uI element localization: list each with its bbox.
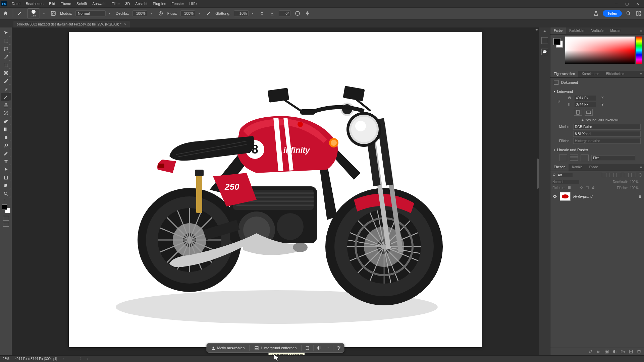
- menu-3d[interactable]: 3D: [123, 1, 132, 6]
- close-button[interactable]: ✕: [635, 1, 640, 6]
- eraser-tool[interactable]: [1, 117, 11, 125]
- document-canvas[interactable]: 8 infinity 250: [69, 32, 482, 347]
- smoothing-caret[interactable]: ▾: [252, 12, 255, 15]
- heal-tool[interactable]: [1, 85, 11, 93]
- tab-farbfelder[interactable]: Farbfelder: [566, 27, 588, 34]
- workspace-icon[interactable]: [635, 10, 642, 17]
- layer-background[interactable]: Hintergrund: [550, 191, 644, 202]
- menu-plugins[interactable]: Plug-ins: [150, 1, 168, 6]
- tab-eigenschaften[interactable]: Eigenschaften: [550, 71, 578, 77]
- blend-mode-select[interactable]: Normal: [75, 10, 106, 16]
- tab-ebenen[interactable]: Ebenen: [550, 164, 569, 171]
- brush-tool[interactable]: [1, 93, 11, 101]
- search-icon[interactable]: [625, 10, 632, 17]
- hand-tool[interactable]: [1, 182, 11, 190]
- bit-depth-select[interactable]: 8 Bit/Kanal: [573, 131, 641, 137]
- lock-transparent-icon[interactable]: [567, 186, 571, 190]
- remove-background-button[interactable]: Hintergrund entfernen: [253, 345, 298, 351]
- landscape-button[interactable]: [585, 109, 593, 116]
- maximize-button[interactable]: ▢: [625, 1, 629, 6]
- menu-ansicht[interactable]: Ansicht: [133, 1, 150, 6]
- transform-icon[interactable]: [305, 346, 310, 350]
- strip-collapse-arrows[interactable]: ◂◂: [543, 29, 546, 33]
- doc-dimensions[interactable]: 4914 Px x 3744 Px (300 ppi): [15, 357, 57, 361]
- tab-muster[interactable]: Muster: [607, 27, 624, 34]
- tab-verlaeufe[interactable]: Verläufe: [588, 27, 607, 34]
- tab-farbe[interactable]: Farbe: [550, 27, 566, 34]
- panel-menu-icon[interactable]: ≡: [638, 164, 644, 171]
- eyedropper-tool[interactable]: [1, 77, 11, 85]
- layer-name[interactable]: Hintergrund: [573, 194, 592, 198]
- panel-collapse-arrows[interactable]: ◂◂: [535, 28, 538, 31]
- symmetry-icon[interactable]: [304, 10, 311, 17]
- filter-toggle[interactable]: [639, 173, 642, 177]
- ruler-btn-2[interactable]: [570, 155, 578, 161]
- menu-ebene[interactable]: Ebene: [58, 1, 73, 6]
- tab-pfade[interactable]: Pfade: [586, 164, 601, 171]
- ruler-unit-select[interactable]: Pixel: [591, 155, 635, 161]
- canvas-area[interactable]: ◂◂: [12, 27, 539, 355]
- opacity-input[interactable]: 100%: [132, 10, 147, 16]
- tab-bibliotheken[interactable]: Bibliotheken: [603, 71, 628, 77]
- angle-icon[interactable]: △: [269, 10, 275, 17]
- new-layer-icon[interactable]: [629, 349, 633, 354]
- menu-bearbeiten[interactable]: Bearbeiten: [23, 1, 46, 6]
- brush-panel-toggle-icon[interactable]: [50, 10, 57, 17]
- airbrush-icon[interactable]: [205, 10, 212, 17]
- flow-input[interactable]: 100%: [180, 10, 195, 16]
- vertical-scrollbar[interactable]: [537, 159, 539, 189]
- smoothing-gear-icon[interactable]: ⚙: [259, 10, 265, 17]
- portrait-button[interactable]: [574, 109, 582, 116]
- gradient-tool[interactable]: [1, 125, 11, 133]
- menu-hilfe[interactable]: Hilfe: [187, 1, 199, 6]
- tab-korrekturen[interactable]: Korrekturen: [578, 71, 602, 77]
- opacity-caret[interactable]: ▾: [151, 12, 154, 15]
- filter-adjust-icon[interactable]: [609, 173, 614, 177]
- pressure-size-icon[interactable]: [294, 10, 301, 17]
- shape-tool[interactable]: [1, 174, 11, 182]
- layer-style-icon[interactable]: fx: [596, 349, 601, 354]
- height-input[interactable]: 3744 Px: [575, 102, 596, 107]
- document-tab-close[interactable]: ×: [124, 22, 126, 26]
- layer-opacity-value[interactable]: 100%: [630, 180, 642, 184]
- width-input[interactable]: 4914 Px: [575, 96, 596, 101]
- collapsed-panel-1[interactable]: [541, 37, 548, 44]
- panel-fg-swatch[interactable]: [553, 38, 560, 45]
- move-tool[interactable]: [1, 29, 11, 37]
- quickmask-toggle[interactable]: [3, 216, 9, 221]
- lasso-tool[interactable]: [1, 45, 11, 53]
- select-subject-button[interactable]: Motiv auswählen: [210, 345, 246, 351]
- brush-preset-picker[interactable]: 188: [27, 8, 40, 18]
- group-icon[interactable]: [621, 349, 625, 354]
- panel-menu-icon[interactable]: ≡: [638, 71, 644, 77]
- filter-type-icon[interactable]: [616, 173, 621, 177]
- dodge-tool[interactable]: [1, 141, 11, 149]
- menu-filter[interactable]: Filter: [109, 1, 122, 6]
- crop-tool[interactable]: [1, 61, 11, 69]
- menu-bild[interactable]: Bild: [47, 1, 57, 6]
- minimize-button[interactable]: ─: [614, 1, 619, 6]
- menu-schrift[interactable]: Schrift: [74, 1, 89, 6]
- layer-blend-select[interactable]: Normal: [552, 180, 579, 184]
- marquee-tool[interactable]: [1, 37, 11, 45]
- zoom-level[interactable]: 25%: [3, 357, 9, 361]
- adjustments-icon[interactable]: [317, 346, 321, 350]
- screenmode-toggle[interactable]: [3, 222, 9, 227]
- fill-opacity-value[interactable]: 100%: [630, 186, 642, 190]
- link-layers-icon[interactable]: [588, 349, 593, 354]
- ruler-btn-3[interactable]: [581, 155, 589, 161]
- layer-mask-icon[interactable]: [604, 349, 609, 354]
- layer-visibility-icon[interactable]: [552, 194, 557, 199]
- type-tool[interactable]: [1, 158, 11, 166]
- canvas-section-header[interactable]: ▾Leinwand: [554, 88, 641, 95]
- menu-datei[interactable]: Datei: [9, 1, 23, 6]
- zoom-tool[interactable]: [1, 190, 11, 198]
- status-next[interactable]: 〉: [87, 357, 90, 361]
- link-dimensions-icon[interactable]: ⎘: [556, 97, 561, 105]
- status-caret[interactable]: 〉: [62, 357, 66, 361]
- blur-tool[interactable]: [1, 133, 11, 141]
- color-swatches[interactable]: [2, 204, 10, 213]
- lock-pixels-icon[interactable]: [573, 186, 577, 190]
- mode-caret[interactable]: ▾: [109, 12, 112, 15]
- delete-layer-icon[interactable]: [637, 349, 641, 354]
